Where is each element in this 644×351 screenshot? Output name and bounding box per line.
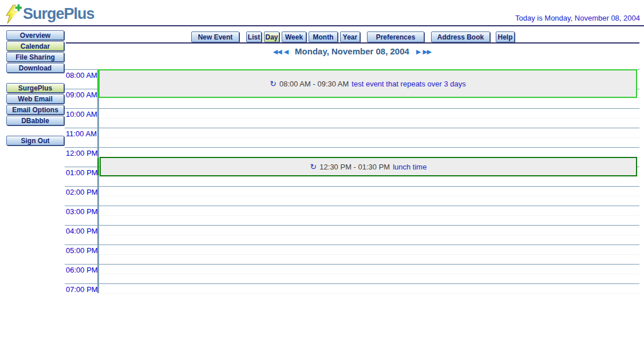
time-slot-row: 04:00 PM	[65, 225, 639, 244]
recurring-event-icon: ↻	[310, 162, 317, 171]
event-title-link[interactable]: test event that repeats over 3 days	[351, 80, 465, 88]
app-logo: SurgePlus	[5, 3, 94, 24]
sidebar-item-dbabble[interactable]: DBabble	[6, 116, 64, 125]
sidebar-item-file-sharing[interactable]: File Sharing	[6, 52, 64, 62]
time-slot-row: 03:00 PM	[65, 206, 639, 225]
new-event-button[interactable]: New Event	[191, 31, 239, 42]
current-date-title: Monday, November 08, 2004	[295, 46, 409, 56]
today-date-text: Today is Monday, November 08, 2004	[515, 14, 640, 22]
view-button-month[interactable]: Month	[309, 31, 338, 42]
sign-out-button[interactable]: Sign Out	[6, 136, 64, 145]
time-slot-row: 05:00 PM	[65, 244, 639, 264]
sidebar-item-web-email[interactable]: Web Email	[6, 94, 64, 104]
time-label: 10:00 AM	[66, 110, 98, 119]
address-book-button[interactable]: Address Book	[431, 31, 490, 42]
surgeplus-bolt-icon	[5, 3, 22, 24]
calendar-event[interactable]: ↻08:00 AM - 09:30 AMtest event that repe…	[98, 69, 637, 98]
fast-previous-day-icon[interactable]: ◀◀	[273, 48, 282, 55]
time-slot-row: 06:00 PM	[65, 264, 639, 283]
date-navigation: ◀◀◀Monday, November 08, 2004▶▶▶	[65, 46, 639, 57]
time-label: 11:00 AM	[66, 129, 98, 138]
sidebar-item-surgeplus[interactable]: SurgePlus	[6, 83, 64, 93]
view-button-year[interactable]: Year	[340, 31, 360, 42]
day-view-grid: 08:00 AM09:00 AM10:00 AM11:00 AM12:00 PM…	[65, 69, 639, 294]
event-time-range: 08:00 AM - 09:30 AM	[279, 80, 349, 88]
sidebar-item-download[interactable]: Download	[6, 63, 64, 73]
time-label: 03:00 PM	[66, 207, 99, 216]
recurring-event-icon: ↻	[270, 79, 276, 88]
time-label: 07:00 PM	[66, 285, 99, 294]
time-slot-row: 02:00 PM	[65, 186, 639, 206]
time-label: 08:00 AM	[66, 71, 98, 80]
time-label: 02:00 PM	[66, 188, 99, 196]
header-divider	[0, 25, 644, 26]
time-label: 04:00 PM	[66, 227, 99, 235]
fast-next-day-icon[interactable]: ▶▶	[422, 48, 431, 55]
previous-day-icon[interactable]: ◀	[284, 48, 288, 55]
time-label: 01:00 PM	[66, 168, 99, 177]
toolbar: New Event ListDayWeekMonthYear Preferenc…	[65, 31, 639, 42]
app-title: SurgePlus	[23, 5, 94, 23]
time-label: 06:00 PM	[66, 266, 99, 274]
sidebar: OverviewCalendarFile SharingDownloadSurg…	[6, 30, 64, 147]
surgeplus-calendar-page: SurgePlus Today is Monday, November 08, …	[0, 0, 644, 351]
view-button-day[interactable]: Day	[264, 31, 279, 42]
view-button-week[interactable]: Week	[282, 31, 306, 42]
next-day-icon[interactable]: ▶	[416, 48, 420, 55]
time-label: 05:00 PM	[66, 246, 99, 255]
sidebar-spacer	[6, 74, 64, 83]
time-gutter-bar	[97, 69, 99, 293]
event-title-link[interactable]: lunch time	[393, 163, 426, 171]
preferences-button[interactable]: Preferences	[367, 31, 424, 42]
time-slot-row: 11:00 AM	[65, 128, 639, 147]
toolbar-divider	[66, 42, 639, 44]
time-label: 12:00 PM	[66, 149, 99, 157]
view-button-list[interactable]: List	[246, 31, 262, 42]
sidebar-item-calendar[interactable]: Calendar	[6, 41, 64, 51]
time-slot-row: 07:00 PM	[65, 283, 639, 294]
time-label: 09:00 AM	[66, 90, 98, 99]
time-slot-row: 10:00 AM	[65, 108, 639, 128]
sidebar-spacer	[6, 127, 64, 136]
event-duration-marker	[97, 158, 99, 175]
help-button[interactable]: Help	[496, 31, 515, 42]
calendar-event[interactable]: ↻12:30 PM - 01:30 PMlunch time	[100, 157, 637, 176]
sidebar-item-email-options[interactable]: Email Options	[6, 105, 64, 115]
event-time-range: 12:30 PM - 01:30 PM	[319, 163, 390, 171]
sidebar-item-overview[interactable]: Overview	[6, 30, 64, 40]
